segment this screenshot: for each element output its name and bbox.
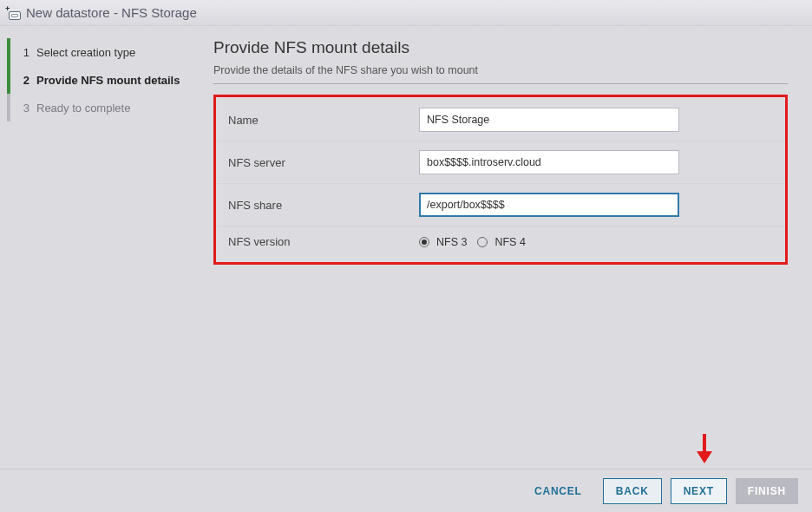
wizard-main-panel: Provide NFS mount details Provide the de… xyxy=(201,26,812,469)
form-row-nfs-server: NFS server xyxy=(216,141,785,183)
nfs-server-label: NFS server xyxy=(228,156,419,169)
next-button[interactable]: NEXT xyxy=(671,478,727,504)
window-title-bar: + New datastore - NFS Storage xyxy=(0,0,812,26)
nfs-server-input[interactable] xyxy=(419,150,679,174)
page-subtitle: Provide the details of the NFS share you… xyxy=(213,64,788,84)
wizard-step-ready-to-complete[interactable]: 3 Ready to complete xyxy=(0,94,201,121)
step-label: Ready to complete xyxy=(36,102,130,115)
new-datastore-icon: + xyxy=(7,6,21,20)
nfs-version-label: NFS version xyxy=(228,235,419,248)
form-row-nfs-share: NFS share xyxy=(216,183,785,226)
wizard-steps-sidebar: 1 Select creation type 2 Provide NFS mou… xyxy=(0,26,201,469)
step-label: Provide NFS mount details xyxy=(36,74,180,87)
page-title: Provide NFS mount details xyxy=(213,38,788,57)
wizard-step-nfs-mount-details[interactable]: 2 Provide NFS mount details xyxy=(0,66,201,94)
cancel-button[interactable]: CANCEL xyxy=(522,478,594,504)
nfs-version-4-radio[interactable] xyxy=(477,237,488,247)
nfs-version-3-label: NFS 3 xyxy=(436,236,467,248)
step-label: Select creation type xyxy=(36,46,135,59)
window-title: New datastore - NFS Storage xyxy=(26,5,197,20)
finish-button: FINISH xyxy=(736,478,798,504)
nfs-version-radio-group: NFS 3 NFS 4 xyxy=(419,236,526,248)
step-indicator xyxy=(7,66,10,94)
nfs-version-3-radio[interactable] xyxy=(419,237,429,247)
name-input[interactable] xyxy=(419,108,679,132)
nfs-share-input[interactable] xyxy=(419,193,679,217)
wizard-step-select-creation-type[interactable]: 1 Select creation type xyxy=(0,38,201,66)
form-row-name: Name xyxy=(216,99,785,141)
nfs-version-4-label: NFS 4 xyxy=(494,236,525,248)
wizard-footer: CANCEL BACK NEXT FINISH xyxy=(0,469,812,512)
step-indicator xyxy=(7,38,10,66)
nfs-form-highlighted: Name NFS server NFS share NFS version NF… xyxy=(213,95,788,265)
step-number: 2 xyxy=(17,74,29,87)
step-number: 1 xyxy=(17,46,29,59)
back-button[interactable]: BACK xyxy=(603,478,662,504)
name-label: Name xyxy=(228,114,419,127)
form-row-nfs-version: NFS version NFS 3 NFS 4 xyxy=(216,226,785,257)
nfs-share-label: NFS share xyxy=(228,199,419,212)
step-number: 3 xyxy=(17,102,29,115)
step-indicator xyxy=(7,94,10,121)
